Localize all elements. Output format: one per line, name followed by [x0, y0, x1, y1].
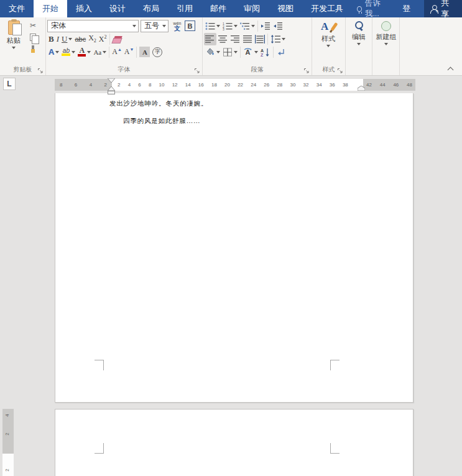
- document-text-line[interactable]: 四季的风是如此舒服……: [123, 117, 200, 126]
- tab-developer[interactable]: 开发工具: [302, 0, 352, 17]
- margin-corner-mark: [330, 360, 340, 370]
- sort-button[interactable]: AZ: [259, 46, 272, 58]
- editing-button[interactable]: 编辑: [347, 19, 371, 46]
- borders-caret[interactable]: [234, 51, 238, 55]
- horizontal-ruler[interactable]: 8642 2468101214161820222426283032343638 …: [55, 79, 415, 91]
- font-dialog-launcher-icon[interactable]: [194, 68, 200, 74]
- vertical-ruler[interactable]: 4 2 2: [2, 409, 14, 476]
- tab-layout[interactable]: 布局: [134, 0, 168, 17]
- font-color-caret[interactable]: [87, 51, 91, 55]
- multilevel-list-caret[interactable]: [251, 25, 255, 29]
- highlight-button[interactable]: ab: [60, 46, 76, 58]
- font-color-button[interactable]: A: [76, 46, 92, 58]
- styles-caret[interactable]: [326, 45, 330, 49]
- bullets-button[interactable]: [204, 20, 221, 32]
- tab-home[interactable]: 开始: [34, 0, 67, 17]
- multilevel-list-button[interactable]: [239, 20, 256, 32]
- shrink-font-button[interactable]: A▼: [123, 46, 136, 58]
- subscript-button[interactable]: X2: [87, 33, 98, 45]
- styles-button[interactable]: A 样式: [313, 19, 343, 48]
- tab-stop-selector[interactable]: L: [3, 78, 16, 90]
- bullets-icon: [205, 22, 215, 30]
- left-indent-marker[interactable]: [108, 91, 115, 94]
- decrease-indent-button[interactable]: [259, 20, 272, 32]
- share-button[interactable]: + 共享: [424, 0, 462, 17]
- highlight-icon: ab: [62, 48, 70, 56]
- tab-view[interactable]: 视图: [269, 0, 302, 17]
- bold-button[interactable]: B: [47, 33, 55, 45]
- font-size-combobox[interactable]: 五号: [141, 20, 169, 32]
- separator: [257, 21, 258, 32]
- text-effects-caret[interactable]: [55, 51, 59, 55]
- document-text-line[interactable]: 发出沙沙地呻吟。冬天的凄婉。: [109, 99, 208, 108]
- superscript-button[interactable]: X2: [98, 33, 108, 45]
- enclose-characters-icon: 字: [152, 47, 162, 57]
- increase-indent-button[interactable]: [272, 20, 284, 32]
- change-case-button[interactable]: Aa: [92, 46, 108, 58]
- asian-layout-button[interactable]: A: [242, 46, 259, 58]
- tab-mailings[interactable]: 邮件: [201, 0, 235, 17]
- tab-design[interactable]: 设计: [101, 0, 134, 17]
- new-group-button[interactable]: 新建组: [374, 19, 399, 46]
- underline-button[interactable]: U: [60, 33, 73, 45]
- align-left-button[interactable]: [204, 33, 216, 45]
- collapse-ribbon-icon[interactable]: [448, 66, 453, 71]
- hanging-indent-marker[interactable]: [108, 86, 115, 91]
- tab-references[interactable]: 引用: [168, 0, 201, 17]
- ruler-text-area: 2468101214161820222426283032343638: [112, 79, 363, 91]
- align-center-button[interactable]: [216, 33, 229, 45]
- first-line-indent-marker[interactable]: [108, 78, 115, 83]
- styles-dialog-launcher-icon[interactable]: [337, 68, 343, 74]
- strikethrough-button[interactable]: abc: [73, 33, 87, 45]
- shading-button[interactable]: [204, 46, 221, 58]
- cut-button[interactable]: ✂: [26, 20, 40, 31]
- tab-file[interactable]: 文件: [0, 0, 34, 17]
- new-group-caret[interactable]: [384, 43, 388, 47]
- show-hide-marks-button[interactable]: [275, 46, 287, 58]
- highlight-caret[interactable]: [72, 51, 75, 55]
- shading-caret[interactable]: [216, 51, 220, 55]
- paste-dropdown-caret[interactable]: [12, 47, 16, 51]
- align-right-button[interactable]: [229, 33, 241, 45]
- font-name-combobox[interactable]: 宋体: [47, 20, 139, 32]
- paste-button[interactable]: 粘贴: [1, 19, 26, 55]
- numbering-caret[interactable]: [234, 25, 238, 29]
- asian-layout-caret[interactable]: [254, 51, 258, 55]
- styles-icon: A: [321, 21, 336, 33]
- line-spacing-caret[interactable]: [282, 38, 285, 42]
- phonetic-guide-button[interactable]: wén 文: [171, 19, 183, 32]
- ruler-number: 22: [238, 82, 243, 88]
- tell-me-label: 告诉我...: [365, 0, 390, 19]
- editing-caret[interactable]: [357, 43, 361, 47]
- enclose-characters-button[interactable]: 字: [151, 46, 164, 58]
- clear-formatting-button[interactable]: [111, 33, 122, 45]
- paragraph-group: 123: [203, 17, 312, 75]
- distributed-button[interactable]: [254, 33, 266, 45]
- format-painter-button[interactable]: [26, 43, 40, 55]
- right-indent-marker[interactable]: [358, 86, 365, 91]
- change-case-caret[interactable]: [103, 51, 106, 55]
- tell-me-button[interactable]: 告诉我...: [352, 0, 395, 17]
- bullets-caret[interactable]: [216, 25, 220, 29]
- ruler-number: 6: [138, 82, 141, 88]
- italic-button[interactable]: I: [55, 33, 60, 45]
- tab-review[interactable]: 审阅: [235, 0, 269, 17]
- margin-corner-mark: [330, 443, 340, 454]
- paragraph-dialog-launcher-icon[interactable]: [303, 68, 310, 74]
- copy-button[interactable]: [26, 32, 40, 43]
- character-shading-button[interactable]: A: [138, 46, 151, 58]
- borders-button[interactable]: [221, 46, 239, 58]
- document-area[interactable]: 发出沙沙地呻吟。冬天的凄婉。 四季的风是如此舒服…… 4 2 2: [0, 93, 462, 476]
- page-2[interactable]: [55, 409, 413, 476]
- underline-caret[interactable]: [68, 38, 72, 42]
- page-1[interactable]: 发出沙沙地呻吟。冬天的凄婉。 四季的风是如此舒服……: [55, 93, 413, 403]
- tab-insert[interactable]: 插入: [67, 0, 101, 17]
- line-spacing-button[interactable]: [269, 33, 287, 45]
- numbering-button[interactable]: 123: [221, 20, 239, 32]
- grow-font-button[interactable]: A▲: [111, 46, 123, 58]
- sign-in-button[interactable]: 登录: [395, 0, 423, 17]
- clipboard-dialog-launcher-icon[interactable]: [37, 68, 44, 74]
- text-effects-button[interactable]: A: [47, 46, 60, 58]
- character-border-button[interactable]: B: [183, 20, 196, 32]
- justify-button[interactable]: [241, 33, 254, 45]
